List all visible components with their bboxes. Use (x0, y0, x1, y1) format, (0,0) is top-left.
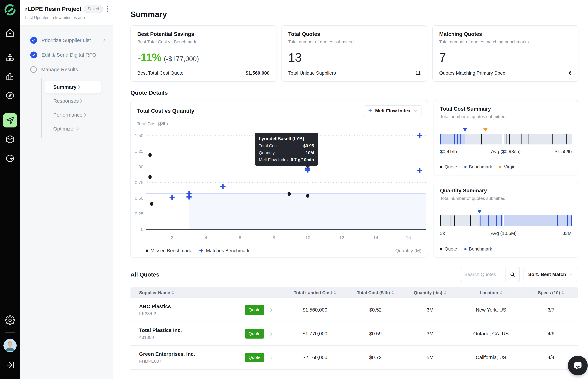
table-row[interactable]: Total Plastics Inc.431000Quote$1,770,000… (131, 322, 578, 346)
dot-marker-icon (440, 248, 442, 250)
supplier-cell: ABC PlasticsFK334-2Quote (131, 298, 281, 322)
shapes-icon[interactable] (3, 50, 17, 64)
column-header-location[interactable]: Location (458, 287, 523, 298)
y-tick-label: 1.25 (131, 149, 143, 154)
total-cost-vs-quantity-chart: Total Cost vs Quantity Melt Flow Index T… (131, 100, 428, 257)
strip-bar-segment (504, 134, 572, 144)
missed-benchmark-point[interactable] (287, 192, 291, 196)
card-title: Best Potential Savings (137, 31, 270, 37)
quote-tick (470, 215, 471, 226)
cube-icon[interactable] (3, 132, 17, 146)
search-input[interactable] (460, 272, 505, 277)
legend-quote: Quote (440, 164, 457, 170)
benchmark-marker-icon (463, 128, 467, 132)
strip-max-label: 33M (562, 231, 572, 236)
quote-details-title: Quote Details (131, 89, 578, 96)
column-header-quantity-lbs-[interactable]: Quantity (lbs) (402, 287, 458, 298)
home-icon[interactable] (3, 26, 17, 40)
table-header-row: Supplier NameTotal Landed CostTotal Cost… (131, 287, 578, 298)
quote-tick (454, 215, 455, 226)
matches-benchmark-point[interactable] (417, 133, 422, 138)
subnav-label: Optimizer (53, 126, 75, 132)
savings-amount: (-$177,000) (164, 55, 199, 63)
matching-quotes-count: 7 (439, 50, 446, 64)
gear-icon[interactable] (3, 313, 17, 327)
strip-highlight-region (479, 215, 503, 226)
brand-logo-icon[interactable] (4, 4, 16, 17)
collapse-icon[interactable] (3, 358, 17, 372)
dot-marker-icon (440, 166, 442, 168)
column-header-supplier-name[interactable]: Supplier Name (131, 287, 281, 298)
chevron-right-icon[interactable] (269, 307, 274, 313)
quote-tick (509, 134, 510, 144)
chevron-right-icon[interactable] (269, 331, 274, 336)
card-subtitle: Total number of quotes submitted (288, 39, 421, 45)
dot-marker-icon (464, 248, 467, 250)
missed-benchmark-point[interactable] (150, 202, 153, 206)
table-row[interactable]: Green Enterprises, Inc.FHDPE007Quote$2,1… (131, 346, 578, 370)
y-tick-label: 1.00 (131, 164, 143, 170)
card-subtitle: Total number of quotes submitted (440, 114, 572, 119)
compass-icon[interactable] (3, 88, 17, 103)
step-label: Prioritize Supplier List (42, 37, 102, 43)
subnav-item-summary[interactable]: Summary (45, 80, 101, 94)
empty-circle-icon (30, 66, 37, 73)
total-cost-per-lb-cell: $0.59 (349, 322, 402, 345)
subnav-item-responses[interactable]: Responses (45, 95, 101, 107)
stat-cards: Best Potential Savings Best Total Cost v… (131, 25, 578, 81)
missed-benchmark-point[interactable] (306, 194, 310, 198)
specs-cell: 4/6 (524, 322, 578, 345)
supplier-cell: Total Plastics Inc.431000Quote (131, 322, 281, 345)
kebab-menu-icon[interactable] (106, 5, 109, 13)
bar-chart-icon[interactable] (3, 69, 17, 84)
subnav-label: Summary (53, 84, 77, 90)
x-tick-label: 6 (233, 235, 247, 240)
column-header-total-landed-cost[interactable]: Total Landed Cost (281, 287, 349, 298)
table-body: ABC PlasticsFK334-2Quote$1,560,000$0.523… (131, 298, 578, 379)
quote-badge: Quote (245, 305, 264, 315)
column-header-specs-10-[interactable]: Specs (10) (524, 287, 578, 298)
last-updated: Last Updated: a few minutes ago (25, 15, 108, 20)
search-icon[interactable] (506, 267, 520, 282)
chat-icon (572, 360, 583, 371)
matches-benchmark-point[interactable] (170, 195, 175, 200)
step-prioritize-supplier-list[interactable]: Prioritize Supplier List (30, 33, 107, 47)
chevron-right-icon[interactable] (269, 355, 274, 360)
subnav-item-optimizer[interactable]: Optimizer (45, 122, 101, 135)
quote-tick (506, 134, 507, 144)
card-footer-label: Best Total Cost Quote (137, 70, 183, 76)
card-subtitle: Total number of quotes submitted (440, 196, 572, 201)
card-footer-value: $1,560,000 (246, 70, 270, 76)
pie-chart-icon[interactable] (3, 151, 17, 166)
quote-tick (553, 134, 553, 144)
rail-divider (5, 45, 15, 45)
missed-benchmark-point[interactable] (148, 175, 151, 179)
chat-button[interactable] (568, 356, 588, 375)
column-header-total-cost-lb-[interactable]: Total Cost ($/lb) (349, 287, 402, 298)
sort-dropdown[interactable]: Sort: Best Match (523, 267, 578, 282)
dot-marker-icon (146, 250, 148, 252)
step-manage-results[interactable]: Manage Results (30, 62, 107, 77)
all-quotes-title: All Quotes (131, 271, 159, 278)
sort-icon (172, 291, 174, 294)
step-edit-send-digital-rfq[interactable]: Edit & Send Digital RFQ (30, 47, 107, 62)
search-box (460, 267, 520, 282)
send-icon[interactable] (3, 113, 17, 127)
subnav-item-performance[interactable]: Performance (45, 109, 101, 121)
total-landed-cost-cell (281, 370, 349, 379)
quantity-cell: 3M (402, 322, 458, 345)
matches-benchmark-point[interactable] (417, 168, 422, 173)
table-row[interactable]: ABC PlasticsFK334-2Quote$1,560,000$0.523… (131, 298, 578, 322)
strip-min-label: 3k (440, 231, 445, 236)
x-tick-label: 14 (369, 235, 383, 240)
melt-flow-index-dropdown[interactable]: Melt Flow Index (364, 105, 422, 116)
strip-avg-label: Avg (10.5M) (491, 231, 517, 236)
specs-cell: 3/7 (524, 298, 578, 322)
table-row[interactable]: Farmers (131, 370, 578, 379)
missed-benchmark-point[interactable] (148, 153, 151, 157)
strip-min-label: $0.41/lb (440, 149, 457, 154)
avatar[interactable] (3, 339, 17, 352)
quote-tick (451, 215, 451, 226)
benchmark-tick (496, 215, 497, 226)
matches-benchmark-point[interactable] (220, 184, 226, 189)
